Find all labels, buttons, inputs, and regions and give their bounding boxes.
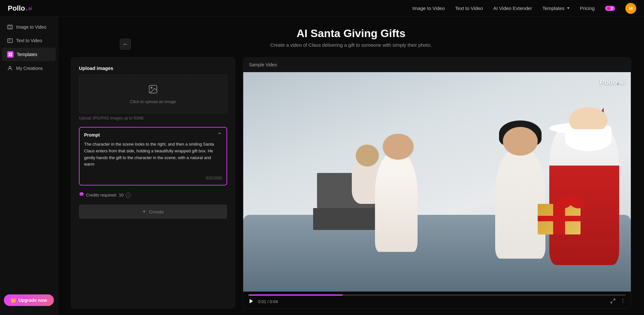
controls-left: 0:01 / 0:04 — [248, 298, 278, 305]
sparkle-icon: ✦ — [142, 209, 146, 215]
svg-point-18 — [622, 301, 623, 301]
sidebar-item-text-to-video[interactable]: Text to Video — [2, 34, 56, 47]
sidebar-item-my-creations[interactable]: My Creations — [2, 62, 56, 75]
sidebar-item-templates[interactable]: Templates — [2, 48, 56, 61]
sidebar: Image to Video Text to Video Templates M… — [0, 17, 58, 315]
page-subtitle: Create a video of Claus delivering a gif… — [71, 42, 631, 48]
svg-rect-8 — [9, 55, 10, 56]
back-button[interactable]: ← — [120, 39, 131, 50]
credits-stack-icon — [79, 192, 84, 198]
woman-head — [503, 127, 538, 156]
svg-rect-9 — [11, 55, 12, 56]
grandma-body — [375, 153, 418, 252]
page-header: AI Santa Giving Gifts Create a video of … — [71, 27, 631, 48]
brand-logo[interactable]: Pollo.ai — [8, 4, 32, 13]
upgrade-button[interactable]: 👑 Upgrade now — [4, 294, 54, 306]
controls-right — [610, 298, 626, 305]
progress-fill — [248, 294, 343, 296]
back-arrow-icon: ← — [122, 41, 128, 48]
film-icon — [7, 24, 13, 30]
svg-rect-7 — [11, 53, 12, 54]
watermark-ai: ai — [619, 78, 625, 86]
video-controls: 0:01 / 0:04 — [243, 291, 631, 308]
watermark-pollo: Pollo — [600, 78, 617, 86]
controls-row: 0:01 / 0:04 — [248, 298, 626, 305]
svg-rect-3 — [8, 39, 13, 43]
credits-amount: 10 — [119, 193, 123, 197]
upload-dropzone[interactable]: Click to upload an image — [79, 75, 227, 113]
svg-point-19 — [622, 302, 623, 303]
svg-line-16 — [611, 301, 612, 303]
brand-dot: . — [26, 4, 28, 13]
content-area: ← AI Santa Giving Gifts Create a video o… — [58, 17, 644, 315]
grandma-head — [383, 134, 414, 160]
upload-size-note: Upload JPG/PNG images up to 50MB. — [79, 116, 227, 120]
templates-icon — [7, 51, 14, 58]
prompt-collapse-button[interactable]: ⌃ — [217, 132, 222, 138]
top-navigation: Pollo.ai Image to Video Text to Video AI… — [0, 0, 644, 17]
svg-point-12 — [151, 87, 152, 88]
svg-line-15 — [613, 299, 615, 301]
prompt-section: Prompt ⌃ 632/2000 — [79, 127, 227, 186]
text-video-icon — [7, 38, 13, 43]
create-button[interactable]: ✦ Create — [79, 205, 227, 219]
nav-templates[interactable]: Templates — [543, 5, 570, 11]
nav-text-to-video[interactable]: Text to Video — [455, 5, 483, 11]
video-preview: Pollo.ai — [243, 72, 631, 291]
upload-section: Upload images Click to upload an image U… — [79, 65, 227, 120]
templates-chevron-icon — [567, 7, 570, 9]
credits-info-icon[interactable]: i — [126, 193, 131, 198]
time-display: 0:01 / 0:04 — [258, 299, 278, 304]
santa-beard — [565, 129, 611, 151]
upload-cloud-icon — [148, 84, 158, 97]
sidebar-item-my-creations-label: My Creations — [16, 66, 43, 71]
video-label: Sample Video — [243, 58, 631, 72]
svg-point-10 — [9, 66, 11, 68]
video-container: Pollo.ai — [243, 72, 631, 291]
page-title: AI Santa Giving Gifts — [71, 27, 631, 40]
video-watermark: Pollo.ai — [600, 78, 625, 86]
svg-rect-6 — [9, 53, 10, 54]
credits-info: Credits required: 10 i — [79, 192, 227, 198]
svg-marker-14 — [250, 299, 253, 303]
sidebar-item-image-to-video[interactable]: Image to Video — [2, 21, 56, 33]
prompt-header: Prompt ⌃ — [84, 132, 222, 138]
upgrade-label: Upgrade now — [18, 298, 47, 303]
main-layout: Image to Video Text to Video Templates M… — [0, 17, 644, 315]
prompt-textarea[interactable] — [84, 141, 222, 173]
creations-icon — [7, 65, 13, 71]
notification-count: 2 — [611, 6, 613, 10]
prompt-label: Prompt — [84, 132, 100, 138]
credits-label: Credits required: — [86, 193, 117, 197]
brand-suffix: ai — [28, 6, 32, 11]
svg-rect-0 — [8, 25, 13, 29]
sidebar-item-text-to-video-label: Text to Video — [16, 38, 42, 43]
sidebar-item-image-to-video-label: Image to Video — [16, 24, 46, 30]
nav-ai-video-extender[interactable]: AI Video Extender — [493, 5, 532, 11]
more-options-button[interactable] — [620, 298, 626, 305]
nav-image-to-video[interactable]: Image to Video — [412, 5, 445, 11]
right-panel: Sample Video — [243, 57, 631, 309]
two-column-layout: Upload images Click to upload an image U… — [71, 57, 631, 309]
nav-pricing[interactable]: Pricing — [580, 5, 595, 11]
left-panel: Upload images Click to upload an image U… — [71, 57, 235, 309]
baby-head — [356, 145, 379, 167]
brand-name: Pollo — [8, 4, 25, 13]
upgrade-icon: 👑 — [11, 298, 16, 303]
play-button[interactable] — [248, 298, 254, 305]
upload-hint-label: Click to upload an image — [130, 99, 176, 104]
notification-dot — [607, 7, 610, 10]
create-button-label: Create — [149, 209, 164, 215]
video-progress-bar[interactable] — [248, 294, 626, 296]
svg-point-17 — [622, 299, 623, 300]
nav-links: Image to Video Text to Video AI Video Ex… — [412, 3, 636, 14]
notification-badge[interactable]: 2 — [605, 6, 615, 11]
sidebar-item-templates-label: Templates — [17, 52, 37, 57]
upload-section-title: Upload images — [79, 65, 227, 71]
prompt-char-count: 632/2000 — [84, 176, 222, 180]
fullscreen-button[interactable] — [610, 298, 616, 305]
user-avatar[interactable]: M — [625, 3, 636, 14]
